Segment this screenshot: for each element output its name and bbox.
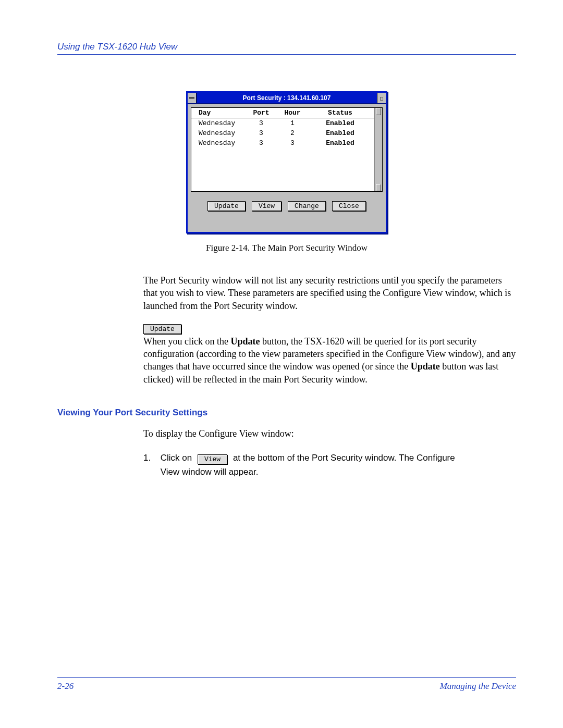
step-number: 1. [143,451,158,465]
step-text-pre: Click on [161,453,194,463]
running-head: Using the TSX-1620 Hub View [57,42,516,55]
page-footer: 2-26 Managing the Device [57,677,516,692]
scroll-down-icon[interactable] [376,184,381,191]
section-heading: Viewing Your Port Security Settings [57,408,516,418]
change-button[interactable]: Change [288,201,326,211]
chapter-title: Managing the Device [440,681,516,692]
col-status: Status [308,109,372,117]
step-1: 1. Click on View at the bottom of the Po… [143,451,516,478]
scrollbar[interactable] [374,108,382,191]
paragraph-configure-intro: To display the Configure View window: [143,427,516,440]
scroll-up-icon[interactable] [376,108,381,115]
paragraph-intro: The Port Security window will not list a… [143,274,516,312]
col-port: Port [246,109,277,117]
page-number: 2-26 [57,681,74,692]
window-title: Port Security : 134.141.60.107 [243,94,331,102]
view-button[interactable]: View [252,201,282,211]
table-row[interactable]: Wednesday 3 1 Enabled [191,118,374,128]
close-button[interactable]: Close [332,201,366,211]
maximize-icon[interactable]: □ [377,93,386,103]
system-menu-icon[interactable] [188,93,197,103]
grid-header-row: Day Port Hour Status [191,108,374,118]
col-day: Day [193,109,246,117]
table-row[interactable]: Wednesday 3 3 Enabled [191,138,374,148]
window-titlebar: Port Security : 134.141.60.107 □ [188,93,386,104]
table-row[interactable]: Wednesday 3 2 Enabled [191,128,374,138]
update-button[interactable]: Update [207,201,246,211]
figure-caption: Figure 2-14. The Main Port Security Wind… [57,243,516,253]
update-button-inline[interactable]: Update [143,324,181,334]
paragraph-update: When you click on the Update button, the… [143,335,516,386]
figure-area: Port Security : 134.141.60.107 □ Day Por… [57,91,516,233]
data-grid: Day Port Hour Status Wednesday 3 1 Enabl… [191,107,383,192]
port-security-window: Port Security : 134.141.60.107 □ Day Por… [186,91,387,233]
col-hour: Hour [277,109,308,117]
window-button-row: Update View Change Close [188,195,386,232]
view-button-inline[interactable]: View [198,454,227,464]
